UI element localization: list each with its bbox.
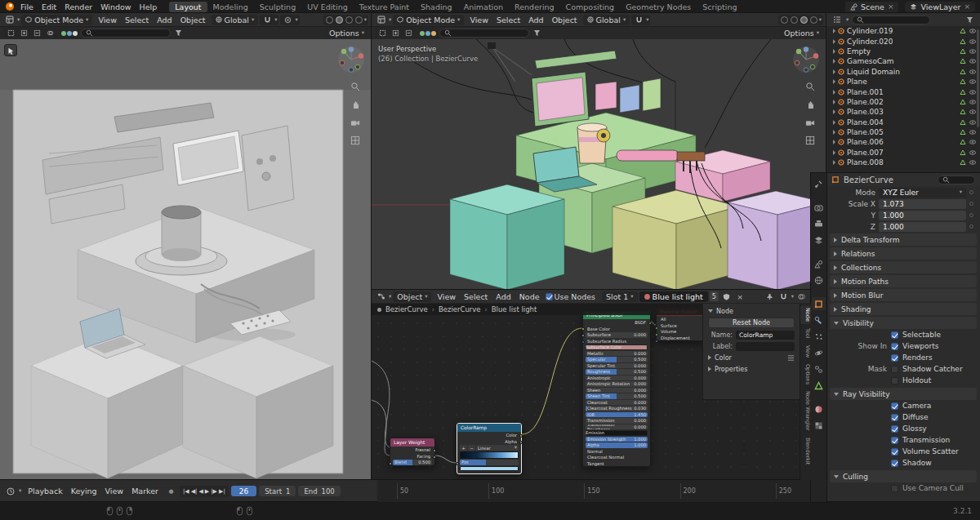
shading-material-icon[interactable] xyxy=(345,16,353,24)
colorramp-gradient[interactable] xyxy=(460,451,519,459)
colorramp-color-swatch[interactable] xyxy=(460,466,519,471)
sidebar-tab[interactable]: Blenderkit xyxy=(800,435,811,467)
color-presets-icon[interactable] xyxy=(787,354,795,362)
editor-type-icon[interactable] xyxy=(4,486,16,496)
material-slot-select[interactable]: Slot 1 ▾ xyxy=(602,291,638,302)
node-input-row[interactable]: Subsurface 0.000 xyxy=(586,332,648,338)
subsurface-input-socket[interactable] xyxy=(581,334,585,337)
pan-hand-icon[interactable] xyxy=(805,100,815,109)
stop-position-slider[interactable]: Pos xyxy=(460,460,519,465)
blue-dot-icon[interactable] xyxy=(67,31,72,36)
snap-magnet-icon[interactable] xyxy=(633,15,645,25)
blend-slider[interactable]: Blend0.500 xyxy=(393,460,432,465)
workspace-tab[interactable]: Geometry Nodes xyxy=(620,2,697,12)
select-subtract-icon[interactable] xyxy=(403,28,415,38)
expand-icon[interactable] xyxy=(833,49,835,54)
node-input-row[interactable]: Transmission Roughness 0.000 xyxy=(586,424,648,430)
navigation-gizmo[interactable] xyxy=(792,46,820,73)
hide-eye-icon[interactable] xyxy=(969,89,977,96)
zoom-icon[interactable] xyxy=(350,82,360,91)
shading-material-icon[interactable] xyxy=(800,16,808,24)
node-input-row[interactable]: Clearcoat Normal xyxy=(586,455,648,460)
viewport-menu-item[interactable]: Select xyxy=(121,15,153,25)
panel-header[interactable]: Motion Blur xyxy=(830,289,977,301)
hide-eye-icon[interactable] xyxy=(969,149,977,156)
tab-scene[interactable] xyxy=(812,257,826,270)
node-input-row[interactable]: Normal xyxy=(586,449,648,455)
panel-header[interactable]: Shading xyxy=(830,303,977,315)
select-intersect-icon[interactable] xyxy=(44,28,56,38)
expand-icon[interactable] xyxy=(833,109,835,114)
node-input-row[interactable]: Clearcoat 0.000 xyxy=(586,400,648,406)
displacement-input-socket[interactable] xyxy=(655,340,658,343)
workspace-tab[interactable]: Shading xyxy=(415,2,458,12)
viewport-menu-item[interactable]: Add xyxy=(153,15,176,25)
hide-eye-icon[interactable] xyxy=(969,139,977,145)
node-editor-menu-item[interactable]: Node xyxy=(515,291,544,302)
outliner-item[interactable]: GamesoCam xyxy=(826,56,980,66)
filter-funnel-icon[interactable] xyxy=(172,28,185,38)
decorator-dot[interactable] xyxy=(969,190,973,194)
color-section-header[interactable]: Color xyxy=(703,352,800,363)
jump-to-start-button[interactable]: |◀ xyxy=(183,488,189,495)
tab-material[interactable] xyxy=(812,402,826,416)
sidebar-tab[interactable]: View xyxy=(800,343,811,360)
node-input-row[interactable]: Sheen Tint 0.500 xyxy=(586,393,648,399)
expand-icon[interactable] xyxy=(833,90,835,95)
mode-select[interactable]: Object Mode ▾ xyxy=(21,15,92,25)
decorator-dot[interactable] xyxy=(969,213,973,217)
viewport-menu-item[interactable]: Object xyxy=(548,15,581,25)
outliner-item[interactable]: Plane.008 xyxy=(826,158,980,167)
panel-header[interactable]: Delta Transform xyxy=(830,233,977,246)
expand-icon[interactable] xyxy=(833,100,835,104)
checkbox[interactable] xyxy=(891,460,898,467)
node-name-field[interactable]: ColorRamp xyxy=(736,331,795,340)
node-input-row[interactable]: Metallic 0.000 xyxy=(586,351,648,357)
camera-view-icon[interactable] xyxy=(350,118,360,127)
scale-field[interactable]: 1.000 xyxy=(879,211,966,220)
filter-funnel-icon[interactable] xyxy=(531,28,543,38)
node-label-field[interactable] xyxy=(736,342,795,351)
outliner-item[interactable]: Plane.005 xyxy=(826,127,980,137)
pin-icon[interactable] xyxy=(764,291,776,302)
shading-wireframe-icon[interactable] xyxy=(781,16,788,24)
toggle-ortho-icon[interactable] xyxy=(805,136,815,145)
checkbox[interactable] xyxy=(891,485,898,492)
interpolation-select[interactable]: Linear▾ xyxy=(476,445,519,451)
frame-start-field[interactable]: Start1 xyxy=(259,486,296,496)
material-name-field[interactable]: Blue list light xyxy=(639,291,708,302)
white-dot-icon[interactable] xyxy=(73,31,78,36)
viewport-menu-item[interactable]: Add xyxy=(524,15,547,25)
editor-type-icon[interactable] xyxy=(831,15,843,25)
panel-header[interactable]: Relations xyxy=(830,247,977,260)
shader-scope-select[interactable]: Object ▾ xyxy=(393,291,431,302)
outliner-item[interactable]: Cylinder.019 xyxy=(826,26,980,36)
timeline-menu-item[interactable]: View xyxy=(101,486,128,496)
play-reverse-button[interactable]: ◀ xyxy=(198,488,203,495)
snap-magnet-icon[interactable] xyxy=(261,15,274,25)
sidebar-tab[interactable]: Node xyxy=(800,305,811,324)
editor-type-icon[interactable] xyxy=(375,291,387,302)
unlink-scene-icon[interactable]: × xyxy=(888,2,894,11)
workspace-tab[interactable]: Compositing xyxy=(560,2,621,12)
outliner-scrollbar[interactable] xyxy=(977,29,979,127)
node-input-row[interactable]: Roughness 0.500 xyxy=(586,369,648,375)
app-menu-item[interactable]: Help xyxy=(136,2,162,12)
jump-to-end-button[interactable]: ▶| xyxy=(219,488,225,495)
shading-wireframe-icon[interactable] xyxy=(326,16,333,24)
node-input-row[interactable]: Clearcoat Roughness 0.030 xyxy=(586,406,648,411)
tab-world[interactable] xyxy=(812,273,826,287)
surface-input-socket[interactable] xyxy=(655,327,658,330)
prev-keyframe-button[interactable]: ◀| xyxy=(191,488,198,495)
filter-funnel-icon[interactable] xyxy=(964,15,976,25)
properties-search-input[interactable] xyxy=(938,176,975,184)
panel-header[interactable]: Collections xyxy=(830,261,977,273)
expand-icon[interactable] xyxy=(833,160,835,165)
checkbox[interactable] xyxy=(891,331,898,339)
checkbox[interactable] xyxy=(891,402,898,410)
play-button[interactable]: ▶ xyxy=(205,488,209,495)
decorator-dot[interactable] xyxy=(969,224,973,229)
green-dot-icon[interactable] xyxy=(420,31,425,36)
panel-header[interactable]: Motion Paths xyxy=(830,275,977,287)
node-input-row[interactable]: Specular 0.500 xyxy=(586,357,648,362)
